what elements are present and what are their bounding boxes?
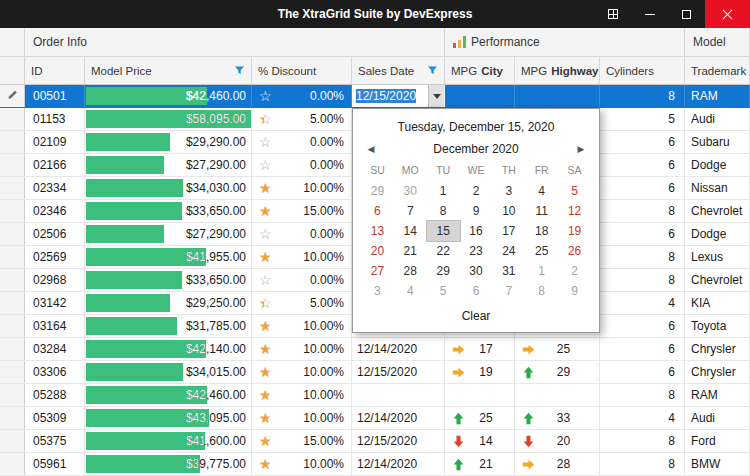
- cell-id[interactable]: 03306: [25, 361, 85, 383]
- table-row[interactable]: 05288$42,460.00$42,460.00☆★10.00%8RAM: [0, 384, 750, 407]
- row-indicator[interactable]: [0, 453, 25, 475]
- cell-discount[interactable]: ☆★0.00%: [252, 85, 352, 107]
- cell-discount[interactable]: ☆★15.00%: [252, 430, 352, 452]
- cell-mpg-city[interactable]: 19: [445, 361, 515, 383]
- cell-mpg-city[interactable]: 17: [445, 338, 515, 360]
- cell-mpg-highway[interactable]: 33: [515, 407, 600, 429]
- cell-discount[interactable]: ☆★0.00%: [252, 223, 352, 245]
- calendar-day[interactable]: 8: [427, 201, 460, 221]
- calendar-day[interactable]: 3: [492, 181, 525, 201]
- row-indicator[interactable]: [0, 361, 25, 383]
- cell-cylinders[interactable]: 8: [600, 430, 685, 452]
- cell-trademark[interactable]: Chrysler: [685, 361, 750, 383]
- cell-model-price[interactable]: $27,290.00$27,290.00: [85, 223, 252, 245]
- cell-model-price[interactable]: $34,030.00$34,030.00: [85, 177, 252, 199]
- cell-discount[interactable]: ☆★0.00%: [252, 154, 352, 176]
- row-indicator[interactable]: [0, 177, 25, 199]
- calendar-day[interactable]: 24: [492, 241, 525, 261]
- row-indicator[interactable]: [0, 315, 25, 337]
- cell-model-price[interactable]: $42,140.00$42,140.00: [85, 338, 252, 360]
- cell-cylinders[interactable]: 6: [600, 315, 685, 337]
- calendar-day[interactable]: 18: [525, 221, 558, 241]
- row-indicator[interactable]: [0, 246, 25, 268]
- row-indicator[interactable]: [0, 131, 25, 153]
- row-indicator[interactable]: [0, 223, 25, 245]
- cell-discount[interactable]: ☆★5.00%: [252, 108, 352, 130]
- calendar-day[interactable]: 19: [558, 221, 591, 241]
- cell-mpg-highway[interactable]: 29: [515, 361, 600, 383]
- close-button[interactable]: [705, 0, 750, 28]
- cell-cylinders[interactable]: 6: [600, 131, 685, 153]
- cell-mpg-city[interactable]: 21: [445, 453, 515, 475]
- calendar-day[interactable]: 13: [361, 221, 394, 241]
- cell-trademark[interactable]: Ford: [685, 430, 750, 452]
- cell-cylinders[interactable]: 6: [600, 223, 685, 245]
- cell-id[interactable]: 02968: [25, 269, 85, 291]
- table-row[interactable]: 05309$43,095.00$43,095.00☆★10.00%12/14/2…: [0, 407, 750, 430]
- cell-model-price[interactable]: $41,955.00$41,955.00: [85, 246, 252, 268]
- cell-id[interactable]: 05288: [25, 384, 85, 406]
- cell-discount[interactable]: ☆★10.00%: [252, 338, 352, 360]
- cell-mpg-highway[interactable]: 28: [515, 453, 600, 475]
- cell-id[interactable]: 05375: [25, 430, 85, 452]
- calendar-day[interactable]: 4: [394, 281, 427, 301]
- cell-model-price[interactable]: $42,460.00$42,460.00: [85, 85, 252, 107]
- cell-discount[interactable]: ☆★5.00%: [252, 292, 352, 314]
- table-row[interactable]: 03284$42,140.00$42,140.00☆★10.00%12/14/2…: [0, 338, 750, 361]
- calendar-day[interactable]: 10: [492, 201, 525, 221]
- column-header-model-price[interactable]: Model Price: [85, 57, 252, 84]
- cell-cylinders[interactable]: 8: [600, 269, 685, 291]
- cell-trademark[interactable]: KIA: [685, 292, 750, 314]
- band-header-order-info[interactable]: Order Info: [25, 28, 445, 56]
- cell-id[interactable]: 02334: [25, 177, 85, 199]
- cell-cylinders[interactable]: 6: [600, 177, 685, 199]
- row-indicator[interactable]: [0, 430, 25, 452]
- band-header-model[interactable]: Model: [685, 28, 750, 56]
- cell-id[interactable]: 03284: [25, 338, 85, 360]
- calendar-day[interactable]: 2: [558, 261, 591, 281]
- maximize-button[interactable]: [668, 0, 705, 28]
- calendar-day[interactable]: 6: [460, 281, 493, 301]
- cell-cylinders[interactable]: 8: [600, 453, 685, 475]
- column-header-discount[interactable]: % Discount: [252, 57, 352, 84]
- calendar-day[interactable]: 3: [361, 281, 394, 301]
- cell-model-price[interactable]: $43,095.00$43,095.00: [85, 407, 252, 429]
- cell-discount[interactable]: ☆★0.00%: [252, 131, 352, 153]
- cell-trademark[interactable]: BMW: [685, 453, 750, 475]
- calendar-day[interactable]: 30: [394, 181, 427, 201]
- cell-cylinders[interactable]: 8: [600, 384, 685, 406]
- cell-cylinders[interactable]: 4: [600, 292, 685, 314]
- cell-sales-date[interactable]: 12/14/2020: [352, 453, 445, 475]
- cell-id[interactable]: 02346: [25, 200, 85, 222]
- date-editor-input[interactable]: 12/15/2020: [352, 85, 428, 107]
- cell-id[interactable]: 02109: [25, 131, 85, 153]
- calendar-day[interactable]: 26: [558, 241, 591, 261]
- calendar-month-label[interactable]: December 2020: [379, 142, 573, 156]
- cell-trademark[interactable]: Audi: [685, 108, 750, 130]
- cell-id[interactable]: 02166: [25, 154, 85, 176]
- cell-trademark[interactable]: Subaru: [685, 131, 750, 153]
- calendar-day[interactable]: 29: [361, 181, 394, 201]
- cell-sales-date[interactable]: 12/14/2020: [352, 338, 445, 360]
- row-indicator[interactable]: [0, 292, 25, 314]
- cell-model-price[interactable]: $34,015.00$34,015.00: [85, 361, 252, 383]
- table-row[interactable]: 05961$39,775.00$39,775.00☆★10.00%12/14/2…: [0, 453, 750, 476]
- calendar-day[interactable]: 30: [460, 261, 493, 281]
- row-indicator[interactable]: [0, 407, 25, 429]
- cell-trademark[interactable]: RAM: [685, 85, 750, 107]
- calendar-day[interactable]: 2: [460, 181, 493, 201]
- cell-trademark[interactable]: Dodge: [685, 154, 750, 176]
- column-header-sales-date[interactable]: Sales Date: [352, 57, 445, 84]
- row-indicator[interactable]: [0, 200, 25, 222]
- calendar-day[interactable]: 21: [394, 241, 427, 261]
- row-indicator[interactable]: [0, 108, 25, 130]
- calendar-day[interactable]: 7: [394, 201, 427, 221]
- cell-mpg-city[interactable]: [445, 384, 515, 406]
- calendar-day[interactable]: 23: [460, 241, 493, 261]
- cell-sales-date[interactable]: 12/15/2020: [352, 430, 445, 452]
- table-row[interactable]: 03306$34,015.00$34,015.00☆★10.00%12/15/2…: [0, 361, 750, 384]
- calendar-day[interactable]: 31: [492, 261, 525, 281]
- row-indicator[interactable]: [0, 154, 25, 176]
- band-header-performance[interactable]: Performance: [445, 28, 685, 56]
- cell-cylinders[interactable]: 6: [600, 154, 685, 176]
